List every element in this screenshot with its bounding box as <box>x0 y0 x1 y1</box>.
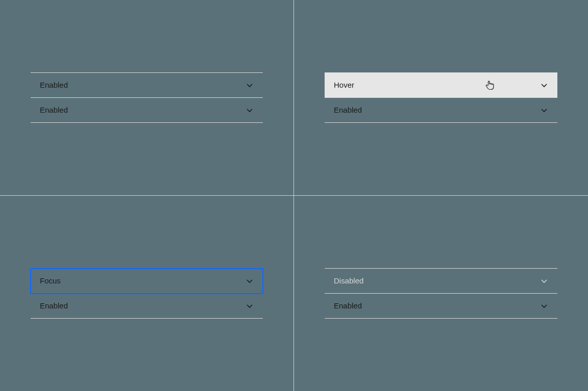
chevron-down-icon <box>246 81 254 89</box>
accordion-item-focus[interactable]: Focus <box>31 269 263 294</box>
accordion-group: Focus Enabled <box>31 268 263 319</box>
states-grid: Enabled Enabled Hover <box>0 0 588 391</box>
accordion-item-enabled[interactable]: Enabled <box>325 98 557 123</box>
quadrant-disabled: Disabled Enabled <box>294 196 588 392</box>
accordion-label: Disabled <box>334 276 540 285</box>
chevron-down-icon <box>246 106 254 114</box>
accordion-label: Enabled <box>40 301 246 310</box>
quadrant-hover: Hover Enabled <box>294 0 588 196</box>
accordion-label: Enabled <box>334 301 540 310</box>
quadrant-focus: Focus Enabled <box>0 196 294 392</box>
accordion-group: Hover Enabled <box>325 72 557 123</box>
accordion-label: Enabled <box>40 106 246 114</box>
accordion-item-hover[interactable]: Hover <box>325 73 557 98</box>
accordion-item-enabled[interactable]: Enabled <box>325 294 557 319</box>
chevron-down-icon <box>540 81 548 89</box>
pointer-cursor-icon <box>485 80 494 90</box>
chevron-down-icon <box>246 302 254 310</box>
quadrant-enabled: Enabled Enabled <box>0 0 294 196</box>
accordion-item-enabled[interactable]: Enabled <box>31 98 263 123</box>
accordion-group: Disabled Enabled <box>325 268 557 319</box>
chevron-down-icon <box>246 277 254 285</box>
accordion-group: Enabled Enabled <box>31 72 263 123</box>
accordion-label: Hover <box>334 81 485 89</box>
accordion-label: Enabled <box>334 106 540 114</box>
accordion-item-disabled: Disabled <box>325 269 557 294</box>
accordion-label: Focus <box>40 276 246 285</box>
accordion-label: Enabled <box>40 81 246 89</box>
chevron-down-icon <box>540 302 548 310</box>
accordion-item-enabled[interactable]: Enabled <box>31 73 263 98</box>
chevron-down-icon <box>540 106 548 114</box>
chevron-down-icon <box>540 277 548 285</box>
accordion-item-enabled[interactable]: Enabled <box>31 294 263 319</box>
